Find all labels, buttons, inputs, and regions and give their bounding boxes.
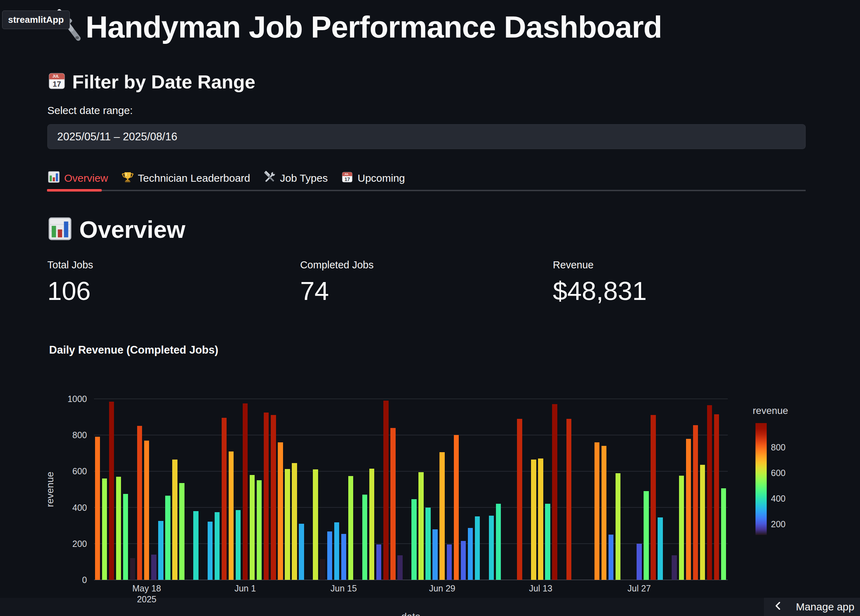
- metrics-row: Total Jobs 106 Completed Jobs 74 Revenue…: [47, 258, 806, 308]
- revenue-bar[interactable]: [432, 530, 438, 580]
- revenue-bar[interactable]: [538, 459, 543, 580]
- revenue-bar[interactable]: [208, 522, 213, 580]
- x-tick-label: Jun 29: [429, 583, 455, 593]
- revenue-bar[interactable]: [651, 415, 656, 580]
- date-range-input[interactable]: [47, 124, 806, 149]
- revenue-bar[interactable]: [383, 401, 389, 580]
- revenue-bar[interactable]: [707, 405, 712, 580]
- revenue-bar[interactable]: [376, 544, 381, 580]
- revenue-bar[interactable]: [257, 480, 262, 580]
- revenue-bar[interactable]: [643, 491, 649, 580]
- revenue-bar[interactable]: [468, 528, 473, 580]
- tab-technician-leaderboard[interactable]: Technician Leaderboard: [121, 171, 250, 186]
- revenue-bar[interactable]: [552, 404, 557, 580]
- revenue-bar[interactable]: [327, 531, 333, 580]
- revenue-bar[interactable]: [130, 558, 135, 580]
- revenue-bar[interactable]: [144, 441, 149, 580]
- revenue-bar[interactable]: [236, 510, 241, 580]
- revenue-bar[interactable]: [425, 508, 431, 580]
- trophy-icon: [121, 171, 134, 186]
- tab-job-types-label: Job Types: [280, 172, 328, 184]
- revenue-bar[interactable]: [165, 496, 171, 580]
- revenue-bar[interactable]: [102, 478, 107, 580]
- revenue-bar[interactable]: [215, 512, 220, 580]
- revenue-bar[interactable]: [531, 460, 536, 580]
- revenue-bar[interactable]: [229, 451, 234, 580]
- revenue-bar[interactable]: [567, 419, 572, 580]
- revenue-bar[interactable]: [447, 544, 452, 580]
- metric-value: 74: [300, 274, 553, 308]
- revenue-bar[interactable]: [517, 419, 522, 580]
- revenue-bar[interactable]: [179, 483, 185, 580]
- svg-text:JUL: JUL: [344, 173, 348, 175]
- revenue-bar[interactable]: [348, 476, 353, 580]
- revenue-bar[interactable]: [390, 428, 395, 580]
- revenue-bar[interactable]: [411, 499, 417, 580]
- revenue-bar[interactable]: [264, 413, 269, 580]
- revenue-bar[interactable]: [250, 475, 255, 580]
- revenue-bar[interactable]: [151, 555, 157, 580]
- manage-app-button[interactable]: Manage app: [764, 598, 854, 616]
- colorbar: [755, 423, 767, 535]
- revenue-bar[interactable]: [489, 515, 494, 580]
- revenue-bar[interactable]: [609, 534, 614, 580]
- svg-text:JUL: JUL: [53, 74, 59, 78]
- revenue-bar[interactable]: [369, 469, 375, 580]
- tab-job-types[interactable]: Job Types: [264, 171, 328, 186]
- revenue-bar[interactable]: [320, 559, 325, 580]
- streamlit-app-badge[interactable]: streamlitApp: [2, 11, 70, 29]
- revenue-bar[interactable]: [292, 463, 297, 580]
- tab-overview[interactable]: Overview: [47, 170, 108, 186]
- revenue-bar[interactable]: [545, 504, 550, 580]
- revenue-bar[interactable]: [158, 521, 163, 580]
- chevron-left-icon[interactable]: [774, 601, 783, 613]
- revenue-bar[interactable]: [299, 524, 304, 580]
- revenue-bar[interactable]: [137, 426, 143, 580]
- revenue-bar[interactable]: [95, 437, 100, 580]
- revenue-bar[interactable]: [278, 442, 283, 580]
- revenue-bar[interactable]: [172, 460, 177, 580]
- revenue-bar[interactable]: [123, 494, 129, 580]
- revenue-bar[interactable]: [615, 473, 621, 580]
- revenue-bar[interactable]: [700, 465, 705, 580]
- colorbar-tick-label: 200: [771, 519, 786, 529]
- revenue-bar[interactable]: [439, 452, 445, 580]
- revenue-bar[interactable]: [679, 476, 684, 580]
- metric-revenue: Revenue $48,831: [553, 258, 806, 308]
- revenue-bar[interactable]: [271, 415, 276, 580]
- footer-bar: [0, 598, 860, 616]
- y-tick-label: 400: [72, 503, 87, 512]
- revenue-bar[interactable]: [334, 522, 339, 580]
- revenue-bar[interactable]: [686, 439, 691, 580]
- revenue-bar[interactable]: [475, 516, 480, 580]
- revenue-bar[interactable]: [658, 517, 663, 580]
- revenue-bar[interactable]: [313, 469, 318, 580]
- revenue-bar[interactable]: [714, 414, 719, 580]
- revenue-bar[interactable]: [397, 555, 403, 580]
- revenue-bar[interactable]: [285, 469, 290, 580]
- revenue-bar[interactable]: [193, 511, 199, 580]
- revenue-bar[interactable]: [362, 495, 367, 580]
- chart-title: Daily Revenue (Completed Jobs): [49, 344, 218, 357]
- colorbar-tick-label: 800: [771, 442, 786, 452]
- revenue-bar[interactable]: [595, 442, 600, 580]
- revenue-bar[interactable]: [721, 488, 727, 580]
- revenue-bar[interactable]: [693, 425, 698, 580]
- revenue-bar[interactable]: [418, 472, 424, 580]
- y-tick-label: 800: [72, 430, 87, 440]
- revenue-bar[interactable]: [454, 435, 459, 580]
- revenue-bar[interactable]: [637, 544, 642, 580]
- colorbar-tick-label: 600: [771, 468, 786, 478]
- revenue-bar[interactable]: [222, 418, 227, 580]
- revenue-bar[interactable]: [109, 402, 115, 580]
- daily-revenue-chart[interactable]: 02004006008001000revenueMay 182025Jun 1J…: [0, 384, 860, 616]
- revenue-bar[interactable]: [461, 541, 466, 580]
- revenue-bar[interactable]: [341, 534, 347, 580]
- tab-upcoming[interactable]: JUL 17 Upcoming: [341, 171, 405, 186]
- revenue-bar[interactable]: [496, 504, 501, 580]
- revenue-bar[interactable]: [601, 446, 607, 580]
- revenue-bar[interactable]: [243, 404, 248, 580]
- revenue-bar[interactable]: [672, 555, 677, 580]
- colorbar-tick-label: 400: [771, 493, 786, 503]
- revenue-bar[interactable]: [116, 477, 121, 580]
